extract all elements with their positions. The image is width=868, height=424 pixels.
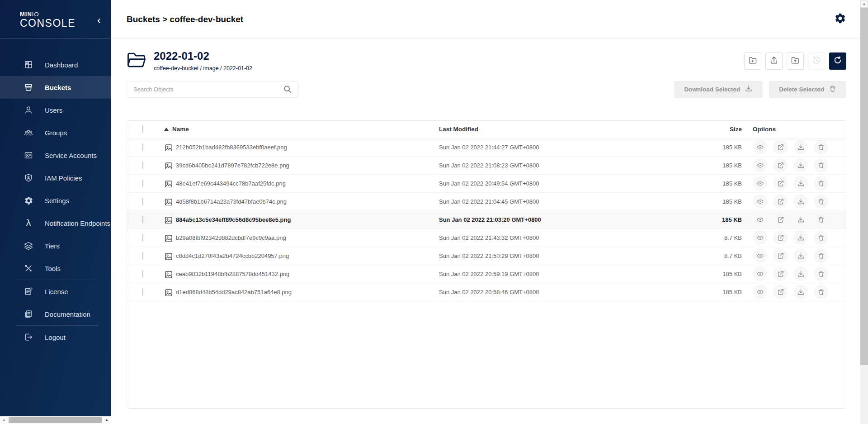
vertical-scrollbar[interactable]: ▲ [860, 0, 868, 416]
sidebar-item-dashboard[interactable]: Dashboard [0, 53, 111, 76]
row-checkbox[interactable] [142, 162, 143, 169]
share-button[interactable] [773, 248, 788, 263]
column-header-size[interactable]: Size [701, 126, 746, 133]
scroll-left-icon[interactable]: ◄ [0, 416, 7, 424]
object-size: 185 KB [701, 216, 746, 223]
table-row[interactable]: d1ed868d48b54dd29ac842ab751a64e8.pngSun … [127, 283, 846, 301]
download-button[interactable] [793, 140, 808, 154]
gear-icon [834, 12, 846, 26]
table-row[interactable]: 212b052b1bad482fb8369533ebf0aeef.pngSun … [127, 138, 846, 157]
download-button[interactable] [793, 267, 808, 281]
table-row[interactable]: ceab9832b11948bfb2887578dd451432.pngSun … [127, 265, 846, 283]
sidebar: MINIO CONSOLE DashboardBucketsUsersGroup… [0, 0, 111, 416]
row-checkbox[interactable] [142, 252, 143, 260]
new-path-button[interactable] [744, 52, 761, 70]
download-selected-button[interactable]: Download Selected [674, 81, 763, 98]
sidebar-item-notification-endpoints[interactable]: λNotification Endpoints [0, 212, 111, 234]
share-button[interactable] [773, 212, 788, 227]
preview-button[interactable] [753, 140, 767, 154]
row-checkbox[interactable] [142, 143, 143, 151]
image-file-icon [164, 162, 172, 169]
sidebar-item-users[interactable]: Users [0, 99, 111, 121]
share-button[interactable] [773, 194, 788, 209]
row-checkbox[interactable] [142, 288, 143, 296]
column-header-name[interactable]: Name [159, 126, 439, 133]
delete-button[interactable] [814, 230, 828, 245]
preview-button[interactable] [753, 230, 767, 245]
preview-button[interactable] [753, 194, 767, 209]
table-row[interactable]: 4d58f8b1b6714a23a73fd47bfae0b74c.pngSun … [127, 193, 846, 211]
sidebar-item-iam-policies[interactable]: IAM Policies [0, 167, 111, 189]
vertical-scrollbar-thumb[interactable] [860, 8, 868, 365]
download-button[interactable] [793, 158, 808, 172]
preview-button[interactable] [753, 176, 767, 191]
refresh-button[interactable] [829, 52, 846, 70]
sidebar-item-groups[interactable]: Groups [0, 121, 111, 144]
refresh-icon [833, 56, 842, 67]
row-checkbox[interactable] [142, 234, 143, 242]
settings-gear-button[interactable] [832, 12, 848, 27]
breadcrumb[interactable]: Buckets > coffee-dev-bucket [127, 14, 243, 24]
delete-button[interactable] [814, 140, 828, 154]
sidebar-collapse-button[interactable] [94, 15, 104, 26]
users-icon [24, 105, 33, 115]
preview-button[interactable] [753, 248, 767, 263]
table-row[interactable]: 39cd6b405bc241d7897e782fcb722e8e.pngSun … [127, 157, 846, 175]
sidebar-item-label: Tiers [45, 242, 60, 250]
sidebar-item-tools[interactable]: Tools [0, 257, 111, 280]
share-button[interactable] [773, 267, 788, 281]
sidebar-item-documentation[interactable]: Documentation [0, 303, 111, 325]
sidebar-item-service-accounts[interactable]: Service Accounts [0, 144, 111, 167]
row-checkbox[interactable] [142, 270, 143, 278]
share-button[interactable] [773, 158, 788, 172]
download-button[interactable] [793, 176, 808, 191]
download-icon [797, 143, 805, 151]
scroll-right-icon[interactable]: ► [104, 416, 111, 424]
row-checkbox[interactable] [142, 198, 143, 205]
delete-button[interactable] [814, 267, 828, 281]
table-row[interactable]: c8dd4c1d270f43a2b4724ccbb2204957.pngSun … [127, 247, 846, 265]
preview-button[interactable] [753, 267, 767, 281]
upload-file-button[interactable] [765, 52, 783, 70]
table-row[interactable]: 884a5c13c5e34eff89c56d8c95bee8e5.pngSun … [127, 211, 846, 229]
download-button[interactable] [793, 212, 808, 227]
row-checkbox[interactable] [142, 180, 143, 187]
delete-button[interactable] [814, 212, 828, 227]
trash-icon [817, 216, 825, 224]
sidebar-item-label: Documentation [45, 310, 90, 318]
download-button[interactable] [793, 248, 808, 263]
share-button[interactable] [773, 176, 788, 191]
sidebar-item-license[interactable]: License [0, 280, 111, 303]
select-all-checkbox[interactable] [142, 125, 143, 133]
scroll-up-icon[interactable]: ▲ [860, 0, 868, 8]
share-button[interactable] [773, 140, 788, 154]
download-button[interactable] [793, 285, 808, 299]
delete-button[interactable] [814, 176, 828, 191]
eye-icon [756, 216, 764, 224]
share-button[interactable] [773, 230, 788, 245]
sidebar-item-label: Notification Endpoints [45, 219, 110, 227]
delete-selected-button[interactable]: Delete Selected [769, 81, 846, 98]
share-button[interactable] [773, 285, 788, 299]
download-button[interactable] [793, 230, 808, 245]
table-row[interactable]: b29a08fbf92342d882dcbdf7e9c9c9aa.pngSun … [127, 229, 846, 247]
sidebar-item-settings[interactable]: Settings [0, 189, 111, 212]
row-checkbox[interactable] [142, 216, 143, 224]
sidebar-item-buckets[interactable]: Buckets [0, 76, 111, 99]
delete-button[interactable] [814, 248, 828, 263]
preview-button[interactable] [753, 285, 767, 299]
sidebar-item-logout[interactable]: Logout [0, 326, 111, 348]
preview-button[interactable] [753, 212, 767, 227]
download-button[interactable] [793, 194, 808, 209]
delete-button[interactable] [814, 194, 828, 209]
search-input[interactable] [127, 81, 297, 98]
sidebar-item-tiers[interactable]: Tiers [0, 234, 111, 257]
table-row[interactable]: 48e41ef7e69c443494cc78b7aaf25fdc.pngSun … [127, 175, 846, 193]
horizontal-scrollbar[interactable]: ◄ ► [0, 416, 111, 424]
upload-folder-button[interactable] [787, 52, 804, 70]
delete-button[interactable] [814, 285, 828, 299]
horizontal-scrollbar-thumb[interactable] [9, 417, 102, 423]
column-header-modified[interactable]: Last Modified [439, 126, 701, 133]
delete-button[interactable] [814, 158, 828, 172]
preview-button[interactable] [753, 158, 767, 172]
